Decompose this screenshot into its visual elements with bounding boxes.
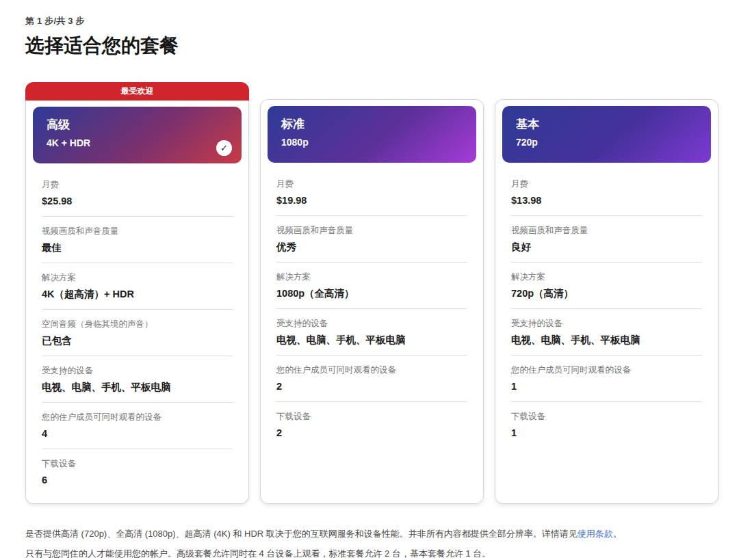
plan-subtitle: 4K + HDR [47,137,228,148]
feature-row-resolution: 解决方案 4K（超高清）+ HDR [42,263,233,309]
feature-value: $19.98 [276,194,467,207]
feature-label: 受支持的设备 [511,318,702,330]
feature-value: 良好 [511,240,702,254]
feature-row-resolution: 解决方案 720p（高清） [511,262,702,308]
feature-value: 电视、电脑、手机、平板电脑 [511,333,702,347]
plan-header-standard[interactable]: 标准 1080p [268,106,476,163]
feature-value: $25.98 [42,194,233,208]
feature-row-downloads: 下载设备 6 [42,449,233,495]
feature-row-downloads: 下载设备 2 [276,401,467,448]
feature-label: 下载设备 [511,411,702,423]
feature-value: 2 [276,426,467,440]
feature-label: 月费 [276,178,467,190]
feature-value: 优秀 [276,240,467,254]
feature-row-spatial-audio: 空间音频（身临其境的声音） 已包含 [42,309,233,356]
plan-card-basic-body: 基本 720p 月费 $13.98 视频画质和声音质量 良好 解决方案 720p… [495,99,718,504]
plan-card-premium[interactable]: 最受欢迎 高级 4K + HDR ✓ 月费 $25.98 视频画质和声音质量 最… [25,82,249,504]
feature-value: 1 [511,379,702,393]
plan-card-basic[interactable]: 基本 720p 月费 $13.98 视频画质和声音质量 良好 解决方案 720p… [495,99,718,504]
plan-card-premium-body: 高级 4K + HDR ✓ 月费 $25.98 视频画质和声音质量 最佳 解决方… [25,101,249,504]
feature-row-devices: 受支持的设备 电视、电脑、手机、平板电脑 [42,356,233,402]
footnote-resolution: 是否提供高清 (720p)、全高清 (1080p)、超高清 (4K) 和 HDR… [25,524,712,544]
feature-label: 您的住户成员可同时观看的设备 [276,364,467,376]
feature-row-resolution: 解决方案 1080p（全高清） [276,262,467,308]
feature-label: 解决方案 [42,272,233,284]
feature-value: 1 [511,426,702,440]
plan-feature-list: 月费 $19.98 视频画质和声音质量 优秀 解决方案 1080p（全高清） 受… [268,170,476,448]
feature-value: 电视、电脑、手机、平板电脑 [276,333,467,347]
footnote-household: 只有与您同住的人才能使用您的帐户。高级套餐允许同时在 4 台设备上观看，标准套餐… [25,544,712,560]
feature-label: 月费 [42,179,233,191]
feature-row-devices: 受支持的设备 电视、电脑、手机、平板电脑 [276,308,467,355]
feature-label: 视频画质和声音质量 [511,225,702,237]
feature-label: 受支持的设备 [276,318,467,330]
feature-value: 720p（高清） [511,286,702,300]
footnotes: 是否提供高清 (720p)、全高清 (1080p)、超高清 (4K) 和 HDR… [25,524,718,560]
most-popular-badge: 最受欢迎 [25,82,249,101]
plan-feature-list: 月费 $25.98 视频画质和声音质量 最佳 解决方案 4K（超高清）+ HDR… [33,170,242,495]
feature-label: 下载设备 [42,458,233,470]
feature-row-quality: 视频画质和声音质量 优秀 [276,215,467,262]
feature-value: 6 [42,473,233,487]
plan-feature-list: 月费 $13.98 视频画质和声音质量 良好 解决方案 720p（高清） 受支持… [502,170,711,448]
selected-check-icon: ✓ [216,140,232,156]
plan-name: 标准 [281,116,463,132]
feature-label: 受支持的设备 [42,365,233,377]
feature-row-downloads: 下载设备 1 [511,401,702,448]
terms-of-use-link[interactable]: 使用条款 [578,529,613,539]
plan-card-standard-body: 标准 1080p 月费 $19.98 视频画质和声音质量 优秀 解决方案 108… [260,99,484,504]
feature-label: 您的住户成员可同时观看的设备 [42,412,233,423]
step-indicator: 第 1 步/共 3 步 [25,15,718,27]
plan-subtitle: 1080p [281,137,463,148]
page-title: 选择适合您的套餐 [25,33,718,59]
feature-row-simultaneous: 您的住户成员可同时观看的设备 1 [511,355,702,401]
feature-value: 最佳 [42,241,233,254]
feature-row-devices: 受支持的设备 电视、电脑、手机、平板电脑 [511,308,702,355]
plan-cards: 最受欢迎 高级 4K + HDR ✓ 月费 $25.98 视频画质和声音质量 最… [25,82,718,504]
plan-card-standard[interactable]: 标准 1080p 月费 $19.98 视频画质和声音质量 优秀 解决方案 108… [260,99,484,504]
feature-row-simultaneous: 您的住户成员可同时观看的设备 2 [276,355,467,401]
feature-value: 2 [276,379,467,393]
feature-value: 电视、电脑、手机、平板电脑 [42,380,233,394]
feature-value: 1080p（全高清） [276,286,467,300]
feature-value: $13.98 [511,194,702,207]
feature-row-quality: 视频画质和声音质量 最佳 [42,216,233,263]
plan-header-basic[interactable]: 基本 720p [502,106,711,163]
feature-label: 空间音频（身临其境的声音） [42,319,233,330]
feature-row-monthly-price: 月费 $25.98 [33,170,242,216]
feature-label: 下载设备 [276,411,467,423]
feature-label: 视频画质和声音质量 [42,226,233,237]
plan-name: 基本 [516,116,697,132]
feature-label: 解决方案 [276,271,467,283]
feature-row-monthly-price: 月费 $13.98 [502,170,711,215]
feature-label: 月费 [511,178,702,190]
feature-label: 视频画质和声音质量 [276,225,467,237]
feature-value: 4K（超高清）+ HDR [42,287,233,301]
plan-subtitle: 720p [516,137,697,148]
plan-name: 高级 [47,117,228,133]
feature-row-simultaneous: 您的住户成员可同时观看的设备 4 [42,402,233,449]
feature-label: 解决方案 [511,271,702,283]
feature-row-monthly-price: 月费 $19.98 [268,170,476,215]
footnote-text: 是否提供高清 (720p)、全高清 (1080p)、超高清 (4K) 和 HDR… [25,529,578,539]
plan-selection-page: 第 1 步/共 3 步 选择适合您的套餐 最受欢迎 高级 4K + HDR ✓ … [0,0,739,560]
feature-value: 4 [42,427,233,440]
feature-label: 您的住户成员可同时观看的设备 [511,364,702,376]
feature-row-quality: 视频画质和声音质量 良好 [511,215,702,262]
footnote-text: 。 [613,529,622,539]
feature-value: 已包含 [42,334,233,347]
plan-header-premium[interactable]: 高级 4K + HDR ✓ [33,107,242,163]
